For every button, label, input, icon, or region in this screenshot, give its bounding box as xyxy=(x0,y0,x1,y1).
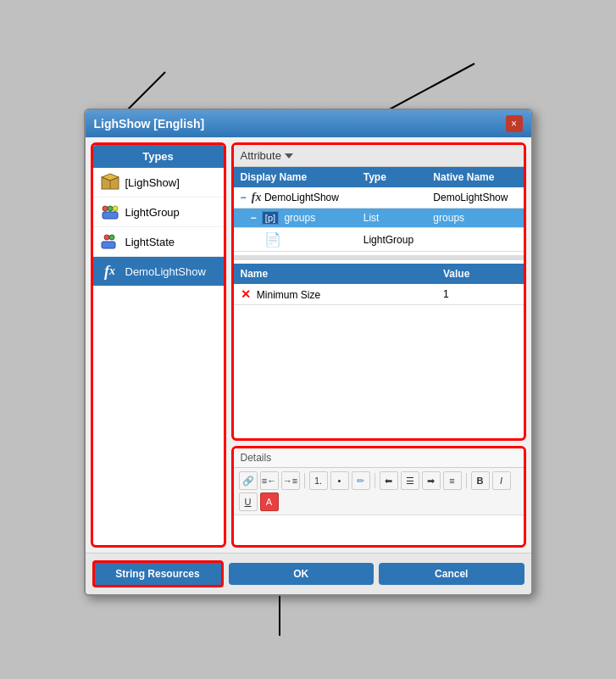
toolbar-separator xyxy=(304,473,305,488)
bold-button[interactable]: B xyxy=(471,471,490,490)
details-header: Details xyxy=(234,448,524,468)
svg-rect-17 xyxy=(102,242,115,248)
row-type: List xyxy=(357,209,427,228)
chain-icon xyxy=(100,202,120,222)
col-value: Value xyxy=(436,264,523,284)
table-row[interactable]: ✕ Minimum Size 1 xyxy=(234,284,524,305)
details-toolbar: 🔗 ≡← →≡ 1. • ✏ ⬅ ☰ ➡ ≡ xyxy=(234,468,524,515)
row-display-name: − fx DemoLightShow xyxy=(234,187,357,209)
fx-row-icon: fx xyxy=(252,191,262,203)
table-row[interactable]: − fx DemoLightShow DemoLightShow xyxy=(234,187,524,209)
details-section: Details 🔗 ≡← →≡ 1. • ✏ ⬅ ☰ xyxy=(231,446,526,548)
prop-value: 1 xyxy=(436,284,523,305)
align-center-button[interactable]: ☰ xyxy=(401,471,419,490)
dialog-footer: String Resources OK Cancel xyxy=(86,553,531,594)
props-header-row: Name Value xyxy=(234,264,524,284)
properties-table: Name Value ✕ Minimum Size 1 xyxy=(234,264,524,305)
row-native-name xyxy=(426,228,523,252)
row-native-name: DemoLightShow xyxy=(426,187,523,209)
box-icon xyxy=(100,172,120,192)
details-content[interactable] xyxy=(234,515,524,548)
main-dialog: LighShow [English] × Types xyxy=(84,109,533,596)
col-name: Name xyxy=(234,264,437,284)
svg-point-15 xyxy=(104,235,109,240)
row-display-name: − [p] groups xyxy=(234,209,357,228)
left-panel: Types [LighShow] xyxy=(91,142,226,548)
doc-icon: 📄 xyxy=(264,232,281,247)
string-resources-button[interactable]: String Resources xyxy=(92,560,224,587)
attribute-header[interactable]: Attribute xyxy=(234,145,524,167)
sidebar-item-label-lightstate: LightState xyxy=(125,236,175,248)
sidebar-item-lightstate[interactable]: LightState xyxy=(93,227,224,257)
cancel-button[interactable]: Cancel xyxy=(379,563,524,585)
sidebar-item-lightshow[interactable]: [LighShow] xyxy=(93,168,224,198)
list-badge: [p] xyxy=(262,211,279,225)
toolbar-separator-2 xyxy=(375,473,375,488)
sidebar-item-label-lightgroup: LightGroup xyxy=(125,206,180,219)
align-right-button[interactable]: ➡ xyxy=(422,471,441,490)
svg-rect-11 xyxy=(103,212,118,219)
svg-point-10 xyxy=(113,206,118,211)
link-button[interactable]: 🔗 xyxy=(239,471,258,490)
indent-less-button[interactable]: ≡← xyxy=(260,471,279,490)
col-display-name: Display Name xyxy=(234,167,357,187)
minus-icon: − xyxy=(241,192,247,203)
attribute-label: Attribute xyxy=(241,149,281,162)
row-type: LightGroup xyxy=(357,228,427,252)
types-header: Types xyxy=(93,145,224,168)
attribute-dropdown-arrow[interactable] xyxy=(285,153,293,159)
dialog-body: Types [LighShow] xyxy=(86,137,531,553)
ok-button[interactable]: OK xyxy=(229,563,375,585)
row-native-name: groups xyxy=(426,209,523,228)
svg-point-8 xyxy=(103,206,108,211)
svg-point-16 xyxy=(109,235,114,240)
table-separator xyxy=(234,255,524,260)
right-panel: Attribute Display Name Type Native Name xyxy=(231,142,526,548)
underline-button[interactable]: U xyxy=(239,493,258,511)
italic-button[interactable]: I xyxy=(492,471,511,490)
row-type xyxy=(357,187,427,209)
align-left-button[interactable]: ⬅ xyxy=(380,471,398,490)
svg-point-9 xyxy=(108,206,113,211)
lightstate-icon xyxy=(100,231,120,252)
toolbar-separator-3 xyxy=(466,473,467,488)
dialog-title: LighShow [English] xyxy=(94,117,205,131)
indent-more-button[interactable]: →≡ xyxy=(281,471,300,490)
sidebar-item-label-demolightshow: DemoLightShow xyxy=(125,265,206,278)
col-native-name: Native Name xyxy=(426,167,523,187)
prop-name: ✕ Minimum Size xyxy=(234,284,437,305)
type-list: [LighShow] xyxy=(93,168,224,545)
x-icon: ✕ xyxy=(241,287,251,301)
table-row[interactable]: 📄 LightGroup xyxy=(234,228,524,252)
unordered-list-button[interactable]: • xyxy=(330,471,349,490)
attr-table-header-row: Display Name Type Native Name xyxy=(234,167,524,187)
title-bar: LighShow [English] × xyxy=(86,110,531,137)
fx-icon: fx xyxy=(100,261,120,281)
table-row[interactable]: − [p] groups List groups xyxy=(234,209,524,228)
more-button[interactable]: A xyxy=(260,493,279,511)
attribute-table: Display Name Type Native Name − fx DemoL… xyxy=(234,167,524,252)
row-display-name: 📄 xyxy=(234,228,357,252)
attribute-section: Attribute Display Name Type Native Name xyxy=(231,142,526,441)
minus-icon-white: − xyxy=(251,212,257,224)
col-type: Type xyxy=(357,167,427,187)
ordered-list-button[interactable]: 1. xyxy=(309,471,328,490)
sidebar-item-label-lightshow: [LighShow] xyxy=(125,176,180,189)
close-button[interactable]: × xyxy=(506,115,523,132)
sidebar-item-demolightshow[interactable]: fx DemoLightShow xyxy=(93,257,224,287)
align-justify-button[interactable]: ≡ xyxy=(443,471,462,490)
edit-button[interactable]: ✏ xyxy=(352,471,370,490)
sidebar-item-lightgroup[interactable]: LightGroup xyxy=(93,198,224,227)
